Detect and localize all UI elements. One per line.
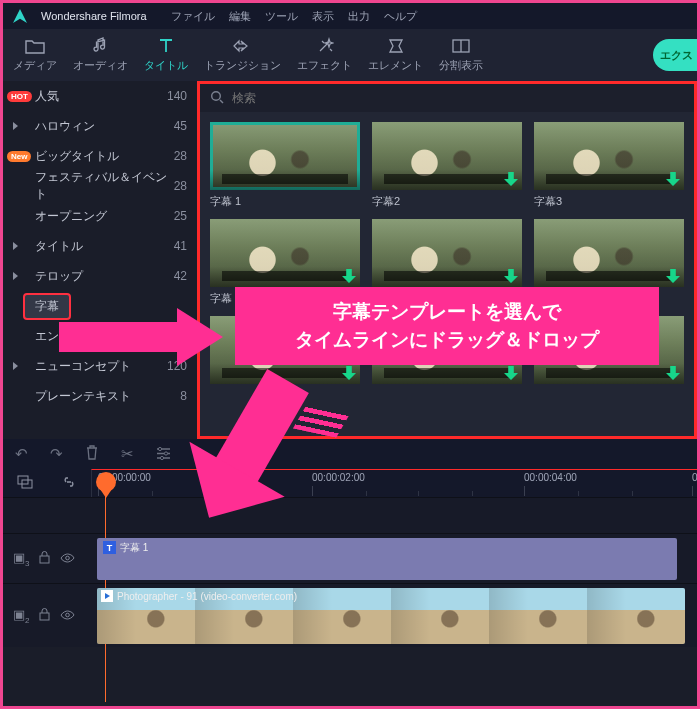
thumb-caption: 字幕3 <box>534 194 684 209</box>
playhead[interactable] <box>96 472 116 492</box>
tab-effect[interactable]: エフェクト <box>297 37 352 73</box>
sidebar-item-telop[interactable]: テロップ 42 <box>3 261 197 291</box>
track-head: ▣3 <box>3 534 91 583</box>
text-icon <box>156 37 176 55</box>
tab-media[interactable]: メディア <box>13 37 57 73</box>
sidebar-item-count: 41 <box>174 239 187 253</box>
annotation-callout: 字幕テンプレートを選んで タイムラインにドラッグ＆ドロップ <box>235 287 659 365</box>
redo-icon[interactable]: ↷ <box>50 445 63 463</box>
sidebar-item-count: 45 <box>174 119 187 133</box>
search-input[interactable] <box>232 91 684 105</box>
ruler-tick: 00:00:04:00 <box>524 472 577 483</box>
tab-splitview[interactable]: 分割表示 <box>439 37 483 73</box>
annotation-arrow-right <box>59 312 235 362</box>
lock-icon[interactable] <box>39 551 50 567</box>
sidebar-item-label: テロップ <box>23 268 174 285</box>
delete-icon[interactable] <box>85 445 99 463</box>
tab-label: トランジション <box>204 58 281 73</box>
sidebar-item-label: プレーンテキスト <box>23 388 180 405</box>
title-clip[interactable]: T 字幕 1 <box>97 538 677 580</box>
export-button[interactable]: エクス <box>653 39 697 71</box>
svg-point-2 <box>158 447 161 450</box>
sidebar-item-festival[interactable]: フェスティバル＆イベント 28 <box>3 171 197 201</box>
folder-icon <box>25 37 45 55</box>
thumb-caption: 字幕 1 <box>210 194 360 209</box>
menu-file[interactable]: ファイル <box>171 9 215 24</box>
svg-rect-7 <box>40 556 49 563</box>
link-icon[interactable] <box>61 475 77 491</box>
tab-title[interactable]: タイトル <box>144 37 188 73</box>
app-logo-icon <box>13 9 27 23</box>
thumb-image <box>372 219 522 287</box>
tab-label: メディア <box>13 58 57 73</box>
menu-tool[interactable]: ツール <box>265 9 298 24</box>
tab-label: エフェクト <box>297 58 352 73</box>
sidebar-item-count: 8 <box>180 389 187 403</box>
template-thumb[interactable]: 字幕3 <box>534 122 684 209</box>
menu-edit[interactable]: 編集 <box>229 9 251 24</box>
category-sidebar: HOT 人気 140 ハロウィン 45 New ビッグタイトル 28 フェスティ… <box>3 81 197 439</box>
export-label: エクス <box>660 48 693 63</box>
clip-label: 字幕 1 <box>120 541 148 555</box>
asset-browser: HOT 人気 140 ハロウィン 45 New ビッグタイトル 28 フェスティ… <box>3 81 697 439</box>
template-thumb[interactable]: 字幕2 <box>372 122 522 209</box>
asset-tabs: メディア オーディオ タイトル トランジション エフェクト エレメント 分割 <box>3 29 697 81</box>
clip-header: Photographer - 91 (video-converter.com) <box>101 590 297 602</box>
chevron-right-icon <box>13 242 18 250</box>
chevron-right-icon <box>13 362 18 370</box>
track-title: ▣3 T 字幕 1 <box>3 533 697 583</box>
svg-point-3 <box>164 451 167 454</box>
menu-help[interactable]: ヘルプ <box>384 9 417 24</box>
sidebar-item-label: フェスティバル＆イベント <box>23 169 174 203</box>
svg-point-10 <box>66 613 70 617</box>
sidebar-item-plaintext[interactable]: プレーンテキスト 8 <box>3 381 197 411</box>
split-icon <box>451 37 471 55</box>
tab-audio[interactable]: オーディオ <box>73 37 128 73</box>
sidebar-item-label: タイトル <box>23 238 174 255</box>
eye-icon[interactable] <box>60 551 75 566</box>
lock-icon[interactable] <box>39 608 50 624</box>
app-name: Wondershare Filmora <box>41 10 147 22</box>
menu-view[interactable]: 表示 <box>312 9 334 24</box>
adjust-icon[interactable] <box>156 446 171 463</box>
eye-icon[interactable] <box>60 608 75 623</box>
split-clip-icon[interactable]: ✂ <box>121 445 134 463</box>
ruler-controls <box>3 469 91 497</box>
transition-icon <box>233 37 253 55</box>
thumb-image <box>534 122 684 190</box>
svg-point-4 <box>160 456 163 459</box>
hot-badge: HOT <box>7 91 32 102</box>
title-badge-icon: T <box>103 541 116 554</box>
timeline-toolbar: ↶ ↷ ✂ <box>3 439 697 469</box>
svg-point-8 <box>66 556 70 560</box>
mark-in-icon[interactable] <box>17 475 33 492</box>
track-layer-icon[interactable]: ▣2 <box>13 607 29 625</box>
tab-label: 分割表示 <box>439 58 483 73</box>
sidebar-item-label: 人気 <box>23 88 167 105</box>
sparkle-icon <box>315 37 335 55</box>
sidebar-item-bigtitle[interactable]: New ビッグタイトル 28 <box>3 141 197 171</box>
search-bar <box>200 84 694 112</box>
play-icon <box>101 590 113 602</box>
timeline-ruler-row: 00:00:00:00 00:00:02:00 00:00:04:00 00:0… <box>3 469 697 497</box>
sidebar-item-opening[interactable]: オープニング 25 <box>3 201 197 231</box>
sidebar-item-title[interactable]: タイトル 41 <box>3 231 197 261</box>
tab-element[interactable]: エレメント <box>368 37 423 73</box>
sidebar-item-halloween[interactable]: ハロウィン 45 <box>3 111 197 141</box>
sidebar-item-count: 25 <box>174 209 187 223</box>
thumb-image <box>210 122 360 190</box>
undo-icon[interactable]: ↶ <box>15 445 28 463</box>
chevron-right-icon <box>13 272 18 280</box>
template-thumb[interactable]: 字幕 1 <box>210 122 360 209</box>
sidebar-item-popular[interactable]: HOT 人気 140 <box>3 81 197 111</box>
thumb-image <box>210 219 360 287</box>
menu-output[interactable]: 出力 <box>348 9 370 24</box>
new-badge: New <box>7 151 31 162</box>
video-clip[interactable]: Photographer - 91 (video-converter.com) <box>97 588 685 644</box>
track-empty <box>3 497 697 533</box>
titlebar: Wondershare Filmora ファイル 編集 ツール 表示 出力 ヘル… <box>3 3 697 29</box>
track-layer-icon[interactable]: ▣3 <box>13 550 29 568</box>
tab-transition[interactable]: トランジション <box>204 37 281 73</box>
element-icon <box>386 37 406 55</box>
track-video: ▣2 Photographer - 91 (video-converter.co… <box>3 583 697 647</box>
